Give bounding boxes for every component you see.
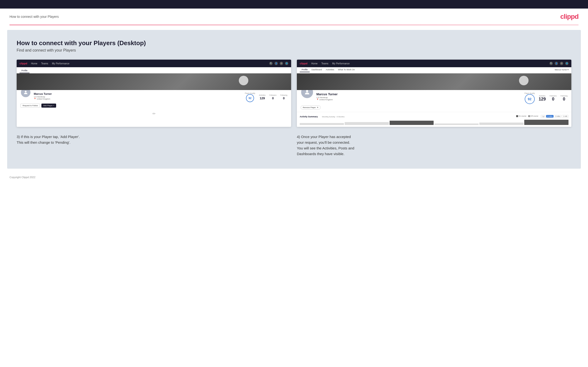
profile-section-1: Marcus Turner 1-5 Handicap 📍 United King…: [17, 90, 291, 110]
header: How to connect with your Players clippd: [0, 8, 588, 25]
profile-buttons-1: Request to Follow Add Player +: [20, 104, 287, 108]
tab-profile-1[interactable]: Profile: [19, 69, 29, 73]
profile-info-2: Marcus Turner 1-5 Handicap 📍 United King…: [316, 92, 522, 101]
top-bar: [0, 0, 588, 8]
profile-handicap-2: 1-5 Handicap: [316, 96, 522, 99]
app-logo-1: clippd: [19, 62, 27, 65]
scroll-indicator-1: ✏: [17, 110, 291, 117]
time-6mths[interactable]: 6 mths: [546, 115, 553, 117]
following-stat-2: Following 0: [560, 95, 568, 102]
profile-info-1: Marcus Turner 1-5 Handicap 📍 United King…: [34, 92, 242, 100]
nav-teams-2[interactable]: Teams: [321, 62, 328, 65]
screenshot-2: clippd Home Teams My Performance 🔍 👤 ⚙ 🌐…: [297, 60, 571, 127]
bar-5: [479, 123, 524, 125]
tab-whattoworkon-2[interactable]: What To Work On: [336, 68, 357, 72]
profile-location-2: 📍 United Kingdom: [316, 99, 522, 101]
app-logo-2: clippd: [300, 62, 307, 65]
add-player-button[interactable]: Add Player +: [41, 104, 56, 108]
time-1mth[interactable]: 1 mth: [562, 115, 569, 117]
legend-off-course: ■ Off course: [528, 115, 538, 117]
remove-player-x-icon: ✕: [317, 106, 319, 108]
bar-6: [524, 120, 569, 125]
hero-banner-1: [17, 73, 291, 90]
stats-row-2: Player Quality 92 Activities 129 Followe…: [525, 92, 568, 104]
request-follow-button[interactable]: Request to Follow: [20, 104, 40, 108]
main-content: How to connect with your Players (Deskto…: [7, 30, 581, 169]
app-navbar-1: clippd Home Teams My Performance 🔍 👤 ⚙ 🌐: [17, 60, 291, 67]
remove-player-button[interactable]: Remove Player ✕: [301, 106, 321, 109]
followers-stat-1: Followers 0: [269, 94, 277, 100]
following-stat-1: Following 0: [280, 94, 287, 100]
svg-point-1: [306, 90, 308, 92]
page-heading: How to connect with your Players (Deskto…: [17, 39, 571, 47]
app-tabs-2: Profile Dashboard Activities What To Wor…: [297, 67, 571, 73]
bar-1: [300, 123, 344, 125]
profile-name-2: Marcus Turner: [316, 92, 522, 96]
caption-3: 3) If this is your Player tap, 'Add Play…: [17, 134, 291, 145]
svg-point-0: [25, 91, 26, 92]
description-3: 3) If this is your Player tap, 'Add Play…: [17, 134, 291, 157]
copyright: Copyright Clippd 2022: [9, 176, 35, 179]
profile-buttons-2: Remove Player ✕: [301, 106, 568, 109]
activities-stat-1: Activities 129: [259, 94, 266, 100]
activity-header-2: Activity Summary Monthly Activity · 6 Mo…: [300, 114, 569, 118]
avatar-icon-1[interactable]: 🌐: [285, 62, 288, 65]
nav-performance-2[interactable]: My Performance: [332, 62, 350, 65]
footer: Copyright Clippd 2022: [0, 173, 588, 181]
description-4: 4) Once your Player has acceptedyour req…: [297, 134, 571, 157]
nav-teams-1[interactable]: Teams: [41, 62, 48, 65]
bar-2: [345, 122, 389, 125]
header-title: How to connect with your Players: [9, 15, 59, 18]
tab-activities-2[interactable]: Activities: [324, 68, 336, 72]
settings-icon-2[interactable]: ⚙: [560, 62, 563, 65]
search-icon-1[interactable]: 🔍: [269, 62, 273, 65]
stats-row-1: Player Quality 92 Activities 129 Followe…: [245, 92, 287, 102]
settings-icon-1[interactable]: ⚙: [280, 62, 283, 65]
page-subheading: Find and connect with your Players: [17, 48, 571, 52]
followers-stat-2: Followers 0: [549, 95, 557, 102]
search-icon-2[interactable]: 🔍: [549, 62, 553, 65]
time-buttons: 1 yr 6 mths 3 mths 1 mth: [541, 115, 569, 117]
hero-circle-2: [519, 76, 528, 85]
hero-banner-2: [297, 73, 571, 90]
descriptions-row: 3) If this is your Player tap, 'Add Play…: [17, 134, 571, 157]
player-quality-1: Player Quality 92: [245, 92, 255, 102]
nav-icons-2: 🔍 👤 ⚙ 🌐: [549, 62, 569, 65]
profile-section-2: Marcus Turner 1-5 Handicap 📍 United King…: [297, 90, 571, 112]
profile-handicap-1: 1-5 Handicap: [34, 96, 242, 98]
scroll-arrow-icon: ✏: [153, 111, 156, 116]
off-course-dot: ■: [528, 115, 530, 117]
screenshots-row: clippd Home Teams My Performance 🔍 👤 ⚙ 🌐…: [17, 60, 571, 127]
user-icon-2[interactable]: 👤: [555, 62, 558, 65]
nav-performance-1[interactable]: My Performance: [52, 62, 69, 65]
avatar-icon-2[interactable]: 🌐: [565, 62, 569, 65]
tab-profile-2[interactable]: Profile: [300, 68, 310, 72]
quality-circle-1: 92: [246, 94, 254, 102]
activity-chart: [300, 120, 569, 125]
profile-name-1: Marcus Turner: [34, 92, 242, 95]
legend-on-course: ■ On course: [516, 115, 526, 117]
caption-4: 4) Once your Player has acceptedyour req…: [297, 134, 571, 157]
activity-legend: ■ On course ■ Off course: [516, 115, 538, 117]
user-icon-1[interactable]: 👤: [275, 62, 278, 65]
profile-row-2: Marcus Turner 1-5 Handicap 📍 United King…: [301, 92, 568, 104]
time-1yr[interactable]: 1 yr: [541, 115, 546, 117]
header-divider: [9, 25, 579, 25]
nav-icons-1: 🔍 👤 ⚙ 🌐: [269, 62, 288, 65]
hero-circle-1: [239, 76, 248, 85]
time-3mths[interactable]: 3 mths: [554, 115, 561, 117]
tab-dashboard-2[interactable]: Dashboard: [310, 68, 324, 72]
activity-title: Activity Summary: [300, 116, 318, 118]
user-dropdown-2[interactable]: Marcus Turner ▾: [555, 69, 569, 72]
nav-home-2[interactable]: Home: [311, 62, 318, 65]
activity-controls: ■ On course ■ Off course 1 yr 6 mths 3: [516, 115, 569, 117]
player-quality-2: Player Quality 92: [525, 92, 535, 104]
on-course-dot: ■: [516, 115, 518, 117]
nav-home-1[interactable]: Home: [31, 62, 37, 65]
activity-subtitle: Monthly Activity · 6 Months: [322, 116, 345, 118]
logo: clippd: [560, 13, 579, 20]
screenshot-1: clippd Home Teams My Performance 🔍 👤 ⚙ 🌐…: [17, 60, 291, 127]
activities-stat-2: Activities 129: [538, 95, 546, 102]
bar-3: [390, 121, 434, 125]
bar-4: [434, 124, 479, 125]
